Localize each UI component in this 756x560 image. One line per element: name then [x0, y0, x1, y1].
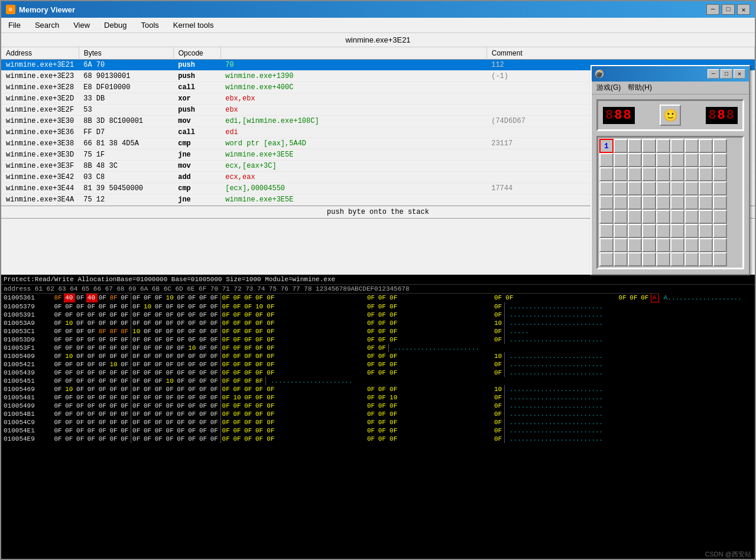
hex-byte[interactable]: 0F: [265, 426, 366, 435]
hex-byte[interactable]: 0F: [98, 344, 109, 352]
ms-cell[interactable]: [614, 224, 628, 238]
hex-byte[interactable]: 0F: [388, 360, 493, 369]
hex-byte[interactable]: 0F: [388, 302, 493, 311]
ms-cell[interactable]: [670, 210, 684, 224]
hex-byte[interactable]: 8F: [243, 344, 254, 352]
hex-byte[interactable]: 0F: [131, 302, 142, 311]
hex-byte[interactable]: 0F: [142, 435, 154, 443]
menu-tools[interactable]: Tools: [138, 19, 161, 31]
hex-byte[interactable]: 0F: [142, 393, 154, 402]
hex-byte[interactable]: 0F: [119, 418, 131, 426]
menu-debug[interactable]: Debug: [102, 19, 129, 31]
hex-byte[interactable]: 0F: [220, 360, 232, 369]
ms-cell[interactable]: [614, 252, 628, 266]
hex-byte[interactable]: 0F: [86, 435, 98, 443]
hex-byte[interactable]: 0F: [131, 385, 142, 393]
hex-byte[interactable]: 0F: [366, 327, 377, 336]
hex-byte[interactable]: 0F: [265, 369, 366, 377]
hex-byte[interactable]: 0F: [209, 377, 220, 385]
hex-byte[interactable]: 0F: [254, 385, 265, 393]
hex-byte[interactable]: 0F: [187, 435, 198, 443]
hex-byte[interactable]: 0F: [243, 402, 254, 410]
hexdump-row[interactable]: 010053790F0F0F0F0F0F0F0F100F0F0F0F0F0F0F…: [1, 302, 755, 311]
hex-byte[interactable]: 0F: [388, 369, 493, 377]
hex-byte[interactable]: 0F: [142, 402, 154, 410]
hex-byte[interactable]: 0F: [209, 369, 220, 377]
hex-byte[interactable]: 0F: [232, 435, 243, 443]
hex-byte[interactable]: 0F: [86, 426, 98, 435]
ms-cell[interactable]: [656, 196, 670, 210]
hex-byte[interactable]: 0F: [198, 352, 209, 360]
hexdump-row[interactable]: 010053910F0F0F0F0F0F0F0F0F0F0F0F0F0F0F0F…: [1, 311, 755, 319]
hex-byte[interactable]: 0F: [131, 319, 142, 327]
hex-byte[interactable]: 10: [64, 319, 75, 327]
hex-byte[interactable]: 0F: [243, 410, 254, 418]
ms-cell[interactable]: [628, 224, 642, 238]
hex-byte[interactable]: 0F: [220, 294, 232, 302]
hex-byte[interactable]: 0F: [98, 426, 109, 435]
ms-minimize-button[interactable]: ─: [708, 69, 719, 79]
ms-cell[interactable]: [699, 196, 713, 210]
hex-byte[interactable]: 0F: [243, 294, 254, 302]
hex-byte[interactable]: 0F: [75, 294, 86, 302]
hex-byte[interactable]: 0F: [198, 319, 209, 327]
hex-byte[interactable]: 0F: [165, 435, 176, 443]
hex-byte[interactable]: 0F: [64, 418, 75, 426]
hex-byte[interactable]: 0F: [198, 377, 209, 385]
hex-byte[interactable]: 0F: [640, 294, 651, 302]
hex-byte[interactable]: 0F: [75, 360, 86, 369]
hexdump-row[interactable]: 010054390F0F0F0F0F0F0F0F0F0F0F0F0F0F0F0F…: [1, 369, 755, 377]
hex-byte[interactable]: 0F: [119, 360, 131, 369]
hex-byte[interactable]: 0F: [209, 319, 220, 327]
hex-byte[interactable]: 0F: [220, 302, 232, 311]
hex-byte[interactable]: 0F: [154, 327, 165, 336]
hex-byte[interactable]: 0F: [53, 327, 64, 336]
hex-byte[interactable]: 40: [64, 294, 75, 302]
hex-byte[interactable]: 0F: [108, 344, 119, 352]
hex-byte[interactable]: 0F: [176, 369, 187, 377]
hex-byte[interactable]: 0F: [108, 311, 119, 319]
hex-byte[interactable]: 0F: [75, 377, 86, 385]
hex-byte[interactable]: 0F: [187, 369, 198, 377]
hex-byte[interactable]: 10: [165, 377, 176, 385]
ms-cell[interactable]: [699, 139, 713, 153]
hex-byte[interactable]: 0F: [142, 327, 154, 336]
ms-cell[interactable]: [656, 139, 670, 153]
hex-byte[interactable]: 0F: [198, 302, 209, 311]
ms-cell[interactable]: [684, 252, 699, 266]
ms-cell[interactable]: [642, 167, 656, 181]
hex-byte[interactable]: 0F: [220, 418, 232, 426]
hexdump-row[interactable]: 010054C90F0F0F0F0F0F0F0F0F0F0F0F0F0F0F0F…: [1, 418, 755, 426]
hex-byte[interactable]: 10: [232, 393, 243, 402]
ms-cell[interactable]: [656, 167, 670, 181]
hex-byte[interactable]: 0F: [75, 385, 86, 393]
hex-byte[interactable]: 0F: [198, 402, 209, 410]
hex-byte[interactable]: 0F: [176, 294, 187, 302]
hex-byte[interactable]: 0F: [119, 377, 131, 385]
hex-byte[interactable]: 0F: [131, 311, 142, 319]
hex-byte[interactable]: 0F: [165, 402, 176, 410]
hex-byte[interactable]: 0F: [209, 410, 220, 418]
ms-cell[interactable]: [713, 210, 727, 224]
hex-byte[interactable]: 8F: [254, 377, 265, 385]
hex-byte[interactable]: 0F: [254, 319, 265, 327]
hex-byte[interactable]: 0F: [131, 352, 142, 360]
hex-byte[interactable]: 0F: [209, 418, 220, 426]
hex-byte[interactable]: 40: [86, 294, 98, 302]
hex-byte[interactable]: 0F: [377, 393, 388, 402]
hex-byte[interactable]: 0F: [53, 369, 64, 377]
hex-byte[interactable]: 0F: [154, 410, 165, 418]
hex-byte[interactable]: 0F: [154, 426, 165, 435]
hex-byte[interactable]: 0F: [75, 302, 86, 311]
hex-byte[interactable]: 0F: [75, 435, 86, 443]
hex-byte[interactable]: 0F: [108, 402, 119, 410]
hex-byte[interactable]: 0F: [142, 294, 154, 302]
hex-byte[interactable]: 0F: [265, 385, 366, 393]
hex-byte[interactable]: 0F: [198, 385, 209, 393]
hexdump-row[interactable]: 010054E10F0F0F0F0F0F0F0F0F0F0F0F0F0F0F0F…: [1, 426, 755, 435]
hex-byte[interactable]: 0F: [131, 402, 142, 410]
hex-byte[interactable]: 0F: [176, 393, 187, 402]
hex-byte[interactable]: 0F: [388, 426, 493, 435]
hex-byte[interactable]: 0F: [493, 360, 504, 369]
hex-byte[interactable]: 0F: [142, 336, 154, 344]
